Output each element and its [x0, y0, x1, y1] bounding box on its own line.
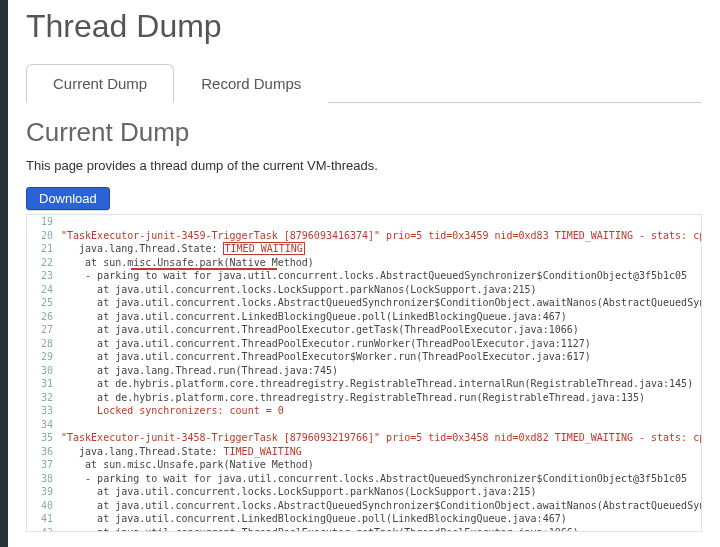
line-code: at java.util.concurrent.ThreadPoolExecut… — [61, 323, 697, 337]
dump-line: 24 at java.util.concurrent.locks.LockSup… — [27, 283, 697, 297]
line-code: - parking to wait for java.util.concurre… — [61, 269, 697, 283]
dump-line: 35"TaskExecutor-junit-3458-TriggerTask [… — [27, 431, 697, 445]
line-code: at de.hybris.platform.core.threadregistr… — [61, 377, 697, 391]
line-code: java.lang.Thread.State: TIMED_WAITING — [61, 242, 697, 256]
line-number: 33 — [27, 404, 61, 418]
line-number: 22 — [27, 256, 61, 270]
line-number: 37 — [27, 458, 61, 472]
line-number: 31 — [27, 377, 61, 391]
line-code: java.lang.Thread.State: TIMED_WAITING — [61, 445, 697, 459]
dump-line: 39 at java.util.concurrent.locks.LockSup… — [27, 485, 697, 499]
line-number: 35 — [27, 431, 61, 445]
line-number: 24 — [27, 283, 61, 297]
tabs: Current Dump Record Dumps — [26, 63, 702, 103]
line-number: 27 — [27, 323, 61, 337]
line-number: 30 — [27, 364, 61, 378]
dump-line: 28 at java.util.concurrent.ThreadPoolExe… — [27, 337, 697, 351]
line-code: "TaskExecutor-junit-3458-TriggerTask [87… — [61, 431, 702, 445]
dump-line: 42 at java.util.concurrent.ThreadPoolExe… — [27, 526, 697, 533]
section-description: This page provides a thread dump of the … — [26, 158, 702, 173]
dump-line: 37 at sun.misc.Unsafe.park(Native Method… — [27, 458, 697, 472]
dump-line: 21 java.lang.Thread.State: TIMED_WAITING — [27, 242, 697, 256]
line-number: 28 — [27, 337, 61, 351]
dump-line: 32 at de.hybris.platform.core.threadregi… — [27, 391, 697, 405]
line-number: 42 — [27, 526, 61, 533]
line-code: at java.util.concurrent.locks.AbstractQu… — [61, 296, 702, 310]
line-code: at java.util.concurrent.ThreadPoolExecut… — [61, 526, 697, 533]
line-code — [61, 418, 697, 432]
dump-line: 19 — [27, 215, 697, 229]
line-number: 29 — [27, 350, 61, 364]
line-code: at java.util.concurrent.locks.LockSuppor… — [61, 485, 697, 499]
tab-current-dump[interactable]: Current Dump — [26, 64, 174, 103]
dump-line: 22 at sun.misc.Unsafe.park(Native Method… — [27, 256, 697, 270]
line-code: - parking to wait for java.util.concurre… — [61, 472, 697, 486]
dump-line: 30 at java.lang.Thread.run(Thread.java:7… — [27, 364, 697, 378]
line-code: at sun.misc.Unsafe.park(Native Method) — [61, 458, 697, 472]
dump-line: 29 at java.util.concurrent.ThreadPoolExe… — [27, 350, 697, 364]
line-code: at java.lang.Thread.run(Thread.java:745) — [61, 364, 697, 378]
line-number: 25 — [27, 296, 61, 310]
line-number: 19 — [27, 215, 61, 229]
dump-line: 36 java.lang.Thread.State: TIMED_WAITING — [27, 445, 697, 459]
line-number: 39 — [27, 485, 61, 499]
line-number: 32 — [27, 391, 61, 405]
line-code: at java.util.concurrent.ThreadPoolExecut… — [61, 337, 697, 351]
line-code: Locked synchronizers: count = 0 — [61, 404, 697, 418]
line-number: 23 — [27, 269, 61, 283]
line-number: 36 — [27, 445, 61, 459]
download-button[interactable]: Download — [26, 187, 110, 210]
line-code — [61, 215, 697, 229]
line-number: 40 — [27, 499, 61, 513]
line-number: 41 — [27, 512, 61, 526]
dump-line: 31 at de.hybris.platform.core.threadregi… — [27, 377, 697, 391]
dump-line: 41 at java.util.concurrent.LinkedBlockin… — [27, 512, 697, 526]
page-title: Thread Dump — [26, 8, 702, 45]
line-code: at java.util.concurrent.LinkedBlockingQu… — [61, 512, 697, 526]
line-code: at java.util.concurrent.locks.LockSuppor… — [61, 283, 697, 297]
thread-dump-output[interactable]: 1920"TaskExecutor-junit-3459-TriggerTask… — [26, 214, 702, 532]
line-code: at java.util.concurrent.locks.AbstractQu… — [61, 499, 702, 513]
line-code: at java.util.concurrent.LinkedBlockingQu… — [61, 310, 697, 324]
dump-line: 25 at java.util.concurrent.locks.Abstrac… — [27, 296, 697, 310]
line-number: 20 — [27, 229, 61, 243]
section-title: Current Dump — [26, 117, 702, 148]
dump-line: 34 — [27, 418, 697, 432]
line-number: 21 — [27, 242, 61, 256]
dump-line: 26 at java.util.concurrent.LinkedBlockin… — [27, 310, 697, 324]
line-code: "TaskExecutor-junit-3459-TriggerTask [87… — [61, 229, 702, 243]
line-number: 34 — [27, 418, 61, 432]
tab-record-dumps[interactable]: Record Dumps — [174, 64, 328, 103]
dump-line: 40 at java.util.concurrent.locks.Abstrac… — [27, 499, 697, 513]
line-number: 38 — [27, 472, 61, 486]
line-code: at java.util.concurrent.ThreadPoolExecut… — [61, 350, 697, 364]
dump-line: 27 at java.util.concurrent.ThreadPoolExe… — [27, 323, 697, 337]
dump-line: 33 Locked synchronizers: count = 0 — [27, 404, 697, 418]
line-code: at sun.misc.Unsafe.park(Native Method) — [61, 256, 697, 270]
line-code: at de.hybris.platform.core.threadregistr… — [61, 391, 697, 405]
thread-state: TIMED_WAITING — [224, 243, 304, 254]
line-number: 26 — [27, 310, 61, 324]
dump-line: 20"TaskExecutor-junit-3459-TriggerTask [… — [27, 229, 697, 243]
dump-line: 38 - parking to wait for java.util.concu… — [27, 472, 697, 486]
dump-line: 23 - parking to wait for java.util.concu… — [27, 269, 697, 283]
thread-state: TIMED_WAITING — [224, 446, 302, 457]
